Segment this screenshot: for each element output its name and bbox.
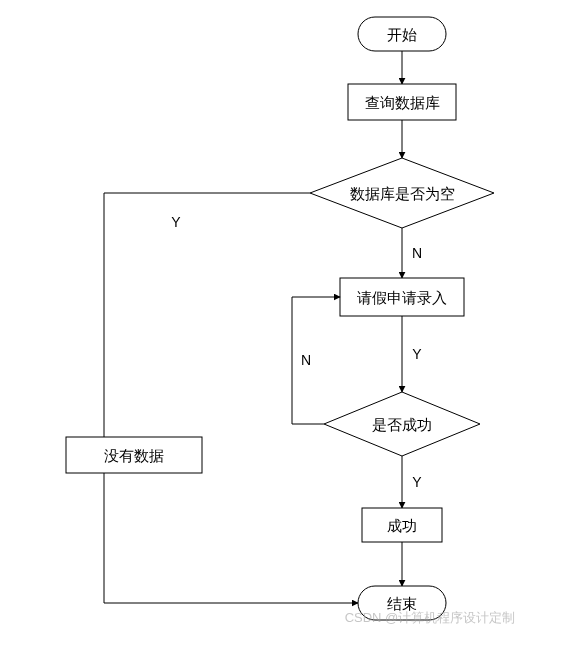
node-start: 开始 — [358, 17, 446, 51]
node-query-db-label: 查询数据库 — [365, 94, 440, 111]
node-success: 成功 — [362, 508, 442, 542]
node-is-success-label: 是否成功 — [372, 416, 432, 433]
label-issuccess-no: N — [301, 352, 311, 368]
node-db-empty: 数据库是否为空 — [310, 158, 494, 228]
node-is-success: 是否成功 — [324, 392, 480, 456]
node-no-data: 没有数据 — [66, 437, 202, 473]
label-issuccess-yes: Y — [412, 474, 422, 490]
watermark-text: CSDN @计算机程序设计定制 — [345, 610, 516, 625]
edge-dbempty-yes — [104, 193, 310, 586]
node-no-data-label: 没有数据 — [104, 447, 164, 464]
node-end-label: 结束 — [387, 595, 417, 612]
label-dbempty-no: N — [412, 245, 422, 261]
node-success-label: 成功 — [387, 517, 417, 534]
node-enter-leave-label: 请假申请录入 — [357, 289, 447, 306]
label-enterleave-yes: Y — [412, 346, 422, 362]
flowchart-diagram: 开始 查询数据库 数据库是否为空 N Y 请假申请录入 Y 是否成功 N Y 没… — [0, 0, 582, 649]
node-enter-leave: 请假申请录入 — [340, 278, 464, 316]
node-query-db: 查询数据库 — [348, 84, 456, 120]
node-start-label: 开始 — [387, 26, 417, 43]
node-db-empty-label: 数据库是否为空 — [350, 185, 455, 202]
label-dbempty-yes: Y — [171, 214, 181, 230]
edge-issuccess-no — [292, 297, 340, 424]
